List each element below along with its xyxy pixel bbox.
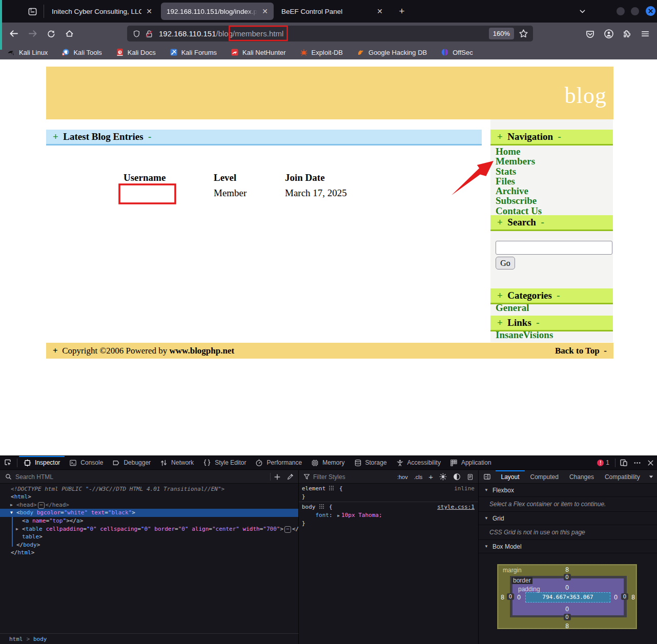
- collapse-minus[interactable]: -: [536, 317, 539, 328]
- devtools-tab-console[interactable]: Console: [65, 456, 108, 469]
- devtools-tab-storage[interactable]: Storage: [350, 456, 392, 469]
- devtools-tab-style-editor[interactable]: Style Editor: [198, 456, 251, 469]
- markup-line[interactable]: ▶<head>⋯</head>: [0, 501, 298, 509]
- browser-tab-2[interactable]: 192.168.110.151/blog/index.ph✕: [161, 3, 274, 20]
- add-node-button[interactable]: [271, 470, 284, 483]
- shield-icon[interactable]: [133, 30, 140, 38]
- collapse-plus[interactable]: +: [497, 290, 503, 301]
- browser-tab-3[interactable]: BeEF Control Panel✕: [276, 3, 388, 20]
- error-badge-icon[interactable]: !: [597, 460, 604, 466]
- responsive-design-mode-button[interactable]: [617, 456, 630, 469]
- close-window-button[interactable]: [646, 6, 655, 16]
- grid-section-header[interactable]: ▼Grid: [479, 512, 657, 525]
- pocket-button[interactable]: [583, 27, 597, 41]
- collapse-minus[interactable]: -: [541, 217, 544, 227]
- bookmark-star-icon[interactable]: [518, 28, 528, 38]
- expander-closed-icon[interactable]: ▶: [10, 501, 13, 509]
- sidebar-tab-changes[interactable]: Changes: [564, 470, 599, 483]
- rule-location[interactable]: style.css:1: [437, 503, 475, 511]
- markup-view[interactable]: <!DOCTYPE html PUBLIC "-//W3C//DTD HTML …: [0, 484, 299, 633]
- devtools-tab-application[interactable]: Application: [445, 456, 496, 469]
- print-media-sim-button[interactable]: [464, 470, 478, 483]
- border-bottom-value[interactable]: 0: [564, 614, 571, 620]
- margin-bottom-value[interactable]: 8: [563, 622, 571, 630]
- devtools-tab-network[interactable]: Network: [155, 456, 198, 469]
- breadcrumb-html[interactable]: html: [9, 636, 23, 642]
- bookmark-google-hacking-db[interactable]: Google Hacking DB: [357, 48, 427, 56]
- add-rule-button[interactable]: +: [425, 470, 436, 483]
- box-model-section-header[interactable]: ▼Box Model: [479, 540, 657, 553]
- padding-left-value[interactable]: 0: [515, 594, 523, 601]
- pick-element-button[interactable]: [0, 456, 15, 469]
- bookmark-offsec[interactable]: OffSec: [441, 48, 473, 56]
- rule-selector-line[interactable]: body {style.css:1: [302, 503, 478, 511]
- selector-highlighter-icon[interactable]: [319, 504, 324, 509]
- footer-link[interactable]: www.blogphp.net: [170, 346, 235, 356]
- ellipsis-badge[interactable]: ⋯: [38, 502, 45, 509]
- search-input[interactable]: [496, 241, 612, 255]
- sidebar-tab-computed[interactable]: Computed: [525, 470, 564, 483]
- sidebar-link-archive[interactable]: Archive: [496, 186, 608, 196]
- collapse-plus[interactable]: +: [53, 131, 58, 142]
- devtools-tab-memory[interactable]: Memory: [306, 456, 349, 469]
- declaration-property[interactable]: font: [316, 512, 330, 518]
- collapse-plus[interactable]: +: [497, 217, 503, 227]
- rule-selector[interactable]: element: [302, 485, 325, 492]
- bookmark-kali-tools[interactable]: Kali Tools: [61, 48, 101, 56]
- margin-right-value[interactable]: 8: [629, 594, 637, 601]
- collapse-minus[interactable]: -: [148, 131, 151, 142]
- devtools-options-button[interactable]: [630, 456, 644, 469]
- new-tab-button[interactable]: +: [396, 5, 408, 17]
- light-mode-sim-button[interactable]: [436, 470, 450, 483]
- selector-highlighter-icon[interactable]: [328, 485, 334, 490]
- minimize-button[interactable]: [617, 7, 625, 15]
- rule-declaration[interactable]: font: ▶10px Tahoma;: [302, 511, 478, 520]
- flexbox-section-header[interactable]: ▼Flexbox: [479, 484, 657, 497]
- border-left-value[interactable]: 0: [507, 593, 514, 600]
- firefox-view-button[interactable]: [26, 6, 39, 17]
- collapse-minus[interactable]: -: [558, 131, 561, 142]
- eyedropper-button[interactable]: [284, 470, 298, 483]
- bookmark-exploit-db[interactable]: Exploit-DB: [300, 48, 343, 56]
- all-tabs-chevron-icon[interactable]: [645, 470, 657, 483]
- list-all-tabs-button[interactable]: [576, 5, 588, 17]
- expander-open-icon[interactable]: ▼: [10, 509, 13, 517]
- bookmark-kali-forums[interactable]: Kali Forums: [170, 48, 217, 56]
- tab-close-icon[interactable]: ✕: [376, 7, 384, 15]
- tab-close-icon[interactable]: ✕: [261, 7, 269, 15]
- back-to-top-link[interactable]: Back to Top -: [555, 343, 607, 359]
- forward-button[interactable]: [26, 27, 39, 40]
- sidebar-link-members[interactable]: Members: [496, 156, 608, 166]
- maximize-button[interactable]: [631, 7, 639, 15]
- devtools-tab-inspector[interactable]: Inspector: [19, 456, 65, 469]
- markup-line[interactable]: <html>: [0, 493, 298, 501]
- account-button[interactable]: [602, 27, 616, 41]
- sidebar-tab-layout[interactable]: Layout: [496, 470, 525, 483]
- reload-button[interactable]: [44, 27, 57, 40]
- markup-line[interactable]: <!DOCTYPE html PUBLIC "-//W3C//DTD HTML …: [0, 485, 298, 493]
- markup-line[interactable]: table>: [0, 533, 298, 541]
- back-button[interactable]: [7, 27, 20, 40]
- url-bar[interactable]: 192.168.110.151/blog/members.html 160%: [127, 26, 533, 41]
- insecure-lock-icon[interactable]: [145, 30, 153, 38]
- class-toggle-button[interactable]: .cls: [411, 470, 426, 483]
- breadcrumb-body[interactable]: body: [33, 636, 47, 642]
- collapse-minus[interactable]: -: [557, 290, 560, 301]
- expander-closed-icon[interactable]: ▶: [16, 525, 18, 533]
- devtools-close-button[interactable]: [644, 456, 657, 469]
- markup-line[interactable]: </body>: [0, 541, 298, 549]
- sidebar-link-insanevisions[interactable]: InsaneVisions: [496, 330, 608, 340]
- bookmark-kali-docs[interactable]: Kali Docs: [116, 48, 156, 56]
- border-top-value[interactable]: 0: [564, 574, 571, 580]
- shorthand-expander-icon[interactable]: ▶: [337, 512, 340, 520]
- markup-line[interactable]: </html>: [0, 549, 298, 557]
- bookmark-kali-nethunter[interactable]: Kali NetHunter: [231, 48, 286, 56]
- home-button[interactable]: [63, 27, 76, 40]
- border-right-value[interactable]: 0: [621, 593, 628, 600]
- sidebar-tab-compatibility[interactable]: Compatibility: [599, 470, 645, 483]
- sidebar-link-files[interactable]: Files: [496, 176, 608, 186]
- markup-line[interactable]: ▶<table cellpadding="0" cellspacing="0" …: [0, 525, 298, 533]
- padding-top-value[interactable]: 0: [563, 584, 571, 591]
- pseudo-class-button[interactable]: :hov: [394, 470, 411, 483]
- markup-line-selected[interactable]: ▼<body bgcolor="white" text="black">: [0, 509, 298, 517]
